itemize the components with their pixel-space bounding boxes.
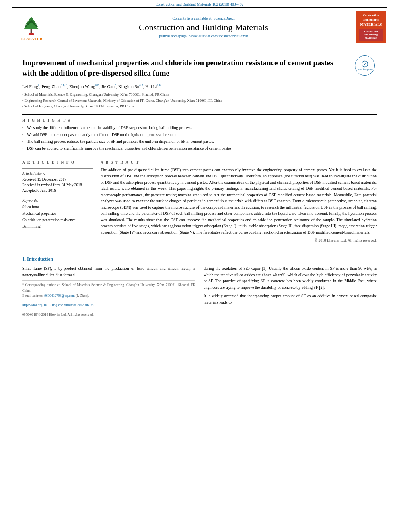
aff-ab-sup1: a,b, <box>61 83 66 87</box>
keywords-list: Silica fume Mechanical properties Chlori… <box>22 204 93 230</box>
journal-main-title: Construction and Building Materials <box>139 22 268 33</box>
affiliation-c: c School of Highway, Chang'an University… <box>22 104 377 109</box>
doi-link[interactable]: https://doi.org/10.1016/j.conbuildmat.20… <box>22 303 95 307</box>
affiliation-a: a School of Materials Science & Engineer… <box>22 92 377 98</box>
highlights-label: H I G H L I G H T S <box>22 119 377 123</box>
intro-right-para1: during the oxidation of SiO vapor [1]. U… <box>204 265 377 290</box>
abstract-end-divider <box>22 249 377 249</box>
footnote-email-line: E-mail address: 9630432798@qq.com (P. Zh… <box>22 293 195 298</box>
article-info-label: A R T I C L E I N F O <box>22 160 93 164</box>
aff-c-sup: c <box>115 83 116 87</box>
aff-ab-sup3: a,b <box>139 83 143 87</box>
authors-line: Lei Fenga, Peng Zhaoa,b,*, Zhenjun Wanga… <box>22 83 377 90</box>
highlights-section: H I G H L I G H T S We study the differe… <box>22 119 377 151</box>
intro-heading: 1. Introduction <box>22 256 377 262</box>
journal-cover-section: Construction and Building MATERIALS Cons… <box>351 11 387 43</box>
homepage-url[interactable]: www.elsevier.com/locate/conbuildmat <box>189 34 248 38</box>
highlight-item-2: We add DSF into cement paste to study th… <box>22 132 377 138</box>
cover-image-text: Constructionand BuildingMATERials <box>364 30 378 39</box>
footnote-section: * Corresponding author at: School of Mat… <box>22 280 195 298</box>
aff-text-b: Engineering Research Central of Pavement… <box>25 98 222 104</box>
intro-left-column: Silica fume (SF), a by-product obtained … <box>22 265 195 317</box>
keyword-1: Silica fume <box>22 204 93 210</box>
elsevier-logo-section: ELSEVIER <box>12 11 56 43</box>
check-for-updates-badge: Check for updates <box>355 55 377 76</box>
affiliation-b: b Engineering Research Central of Paveme… <box>22 98 377 104</box>
keyword-2: Mechanical properties <box>22 210 93 217</box>
corr-sup: * <box>65 83 67 87</box>
contents-label: Contents lists available at <box>172 16 211 21</box>
journal-citation-bar: Construction and Building Materials 182 … <box>0 0 399 7</box>
doi-section: https://doi.org/10.1016/j.conbuildmat.20… <box>22 302 195 308</box>
homepage-line: journal homepage: www.elsevier.com/locat… <box>159 34 248 38</box>
article-info-column: A R T I C L E I N F O Article history: R… <box>22 160 93 243</box>
footnote-email-person: (P. Zhao). <box>76 294 89 298</box>
contents-available-line: Contents lists available at ScienceDirec… <box>172 16 234 21</box>
keyword-4: Ball milling <box>22 223 93 230</box>
svg-rect-5 <box>28 33 33 35</box>
check-badge-text: Check for updates <box>357 68 373 71</box>
introduction-section: 1. Introduction Silica fume (SF), a by-p… <box>22 256 377 317</box>
received-date: Received 15 December 2017 <box>22 177 93 182</box>
article-info-divider <box>22 168 93 169</box>
journal-citation-text: Construction and Building Materials 182 … <box>155 2 243 6</box>
cover-line1: Construction <box>363 14 379 17</box>
keyword-3: Chloride ion penetration resistance <box>22 217 93 223</box>
highlights-list: We study the different influence factors… <box>22 125 377 151</box>
intro-section-number: 1. <box>22 256 26 262</box>
accepted-date: Accepted 6 June 2018 <box>22 188 93 193</box>
affiliations-section: a School of Materials Science & Engineer… <box>22 92 377 109</box>
highlights-divider <box>22 156 377 156</box>
issn-line: 0950-0618/© 2018 Elsevier Ltd. All right… <box>22 312 195 317</box>
cover-image-placeholder: Constructionand BuildingMATERials <box>359 29 383 41</box>
elsevier-tree-svg <box>16 14 46 36</box>
aff-text-a: School of Materials Science & Engineerin… <box>24 92 169 98</box>
aff-ab-sup2: a,b <box>95 83 99 87</box>
journal-center-section: Contents lists available at ScienceDirec… <box>56 11 351 43</box>
article-info-abstract-section: A R T I C L E I N F O Article history: R… <box>22 160 377 243</box>
revised-date: Received in revised form 31 May 2018 <box>22 182 93 188</box>
intro-left-para1: Silica fume (SF), a by-product obtained … <box>22 265 195 278</box>
intro-section-title: Introduction <box>27 256 53 262</box>
journal-cover-box: Construction and Building MATERIALS Cons… <box>356 11 386 43</box>
article-content: Improvement of mechanical properties and… <box>0 47 399 325</box>
homepage-label: journal homepage: <box>159 34 187 38</box>
title-row: Improvement of mechanical properties and… <box>22 53 377 83</box>
header-divider <box>22 114 377 115</box>
aff-sup-b: b <box>22 99 24 103</box>
intro-right-para2: It is widely accepted that incorporating… <box>204 293 377 305</box>
abstract-paragraph: The addition of pre-dispersed silica fum… <box>101 167 377 236</box>
journal-header: ELSEVIER Contents lists available at Sci… <box>12 7 387 47</box>
aff-a-sup1: a <box>38 83 39 87</box>
elsevier-tree-logo <box>16 14 48 36</box>
highlight-item-1: We study the different influence factors… <box>22 125 377 131</box>
keywords-label: Keywords: <box>22 199 93 203</box>
aff-text-c: School of Highway, Chang'an University, … <box>24 104 134 109</box>
elsevier-text: ELSEVIER <box>21 37 43 41</box>
cover-line2: and Building <box>363 18 379 22</box>
sciencedirect-link[interactable]: ScienceDirect <box>213 16 234 21</box>
abstract-column: A B S T R A C T The addition of pre-disp… <box>101 160 377 243</box>
email-label: E-mail address: <box>22 294 43 298</box>
article-history-label: Article history: <box>22 171 93 175</box>
page-wrapper: Construction and Building Materials 182 … <box>0 0 399 325</box>
article-title: Improvement of mechanical properties and… <box>22 58 349 78</box>
cover-line3: MATERIALS <box>360 23 382 27</box>
footnote-email[interactable]: 9630432798@qq.com <box>44 294 75 298</box>
aff-ab-sup4: a,b <box>157 83 161 87</box>
check-badge-circle: Check for updates <box>355 55 375 76</box>
highlight-item-4: DSF can be applied to significantly impr… <box>22 146 377 151</box>
abstract-label: A B S T R A C T <box>101 160 377 164</box>
copyright-line: © 2018 Elsevier Ltd. All rights reserved… <box>101 238 377 242</box>
aff-sup-c: c <box>22 104 23 109</box>
check-mark-icon <box>361 60 368 68</box>
aff-sup-a: a <box>22 92 23 97</box>
keywords-section: Keywords: Silica fume Mechanical propert… <box>22 199 93 230</box>
abstract-text: The addition of pre-dispersed silica fum… <box>101 167 377 236</box>
title-text-column: Improvement of mechanical properties and… <box>22 53 349 83</box>
footnote-corr-text: * Corresponding author at: School of Mat… <box>22 282 195 293</box>
intro-right-column: during the oxidation of SiO vapor [1]. U… <box>204 265 377 317</box>
highlight-item-3: The ball milling process reduces the par… <box>22 139 377 144</box>
intro-two-col: Silica fume (SF), a by-product obtained … <box>22 265 377 317</box>
